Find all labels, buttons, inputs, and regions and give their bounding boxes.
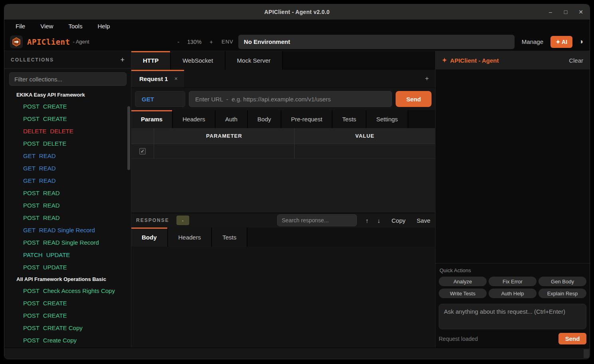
theme-toggle-icon[interactable]: ◑ bbox=[579, 38, 583, 46]
manage-environments-button[interactable]: Manage bbox=[522, 38, 543, 45]
menu-help[interactable]: Help bbox=[97, 23, 110, 30]
request-method: POST bbox=[23, 239, 40, 246]
tab-response-tests[interactable]: Tests bbox=[212, 228, 248, 247]
maximize-icon[interactable]: □ bbox=[562, 9, 569, 15]
request-item[interactable]: POSTCREATE bbox=[4, 113, 131, 125]
copy-response-button[interactable]: Copy bbox=[392, 217, 406, 224]
collection-group-title[interactable]: EKIKA Easy API Framework bbox=[4, 89, 131, 100]
write-tests-button[interactable]: Write Tests bbox=[439, 289, 487, 298]
environment-select[interactable]: No Environment bbox=[238, 35, 515, 49]
request-method: GET bbox=[23, 227, 36, 233]
menu-view[interactable]: View bbox=[40, 23, 53, 30]
add-collection-button[interactable]: + bbox=[120, 56, 125, 63]
tab-auth[interactable]: Auth bbox=[216, 110, 248, 128]
request-item[interactable]: POSTCREATE Copy bbox=[4, 322, 131, 334]
tab-http[interactable]: HTTP bbox=[131, 51, 171, 70]
menu-file[interactable]: File bbox=[16, 23, 25, 30]
request-name: READ bbox=[43, 190, 60, 196]
tab-websocket[interactable]: WebSocket bbox=[171, 51, 225, 70]
add-request-tab-button[interactable]: + bbox=[419, 70, 435, 87]
window-title: APIClient - Agent v2.0.0 bbox=[4, 4, 590, 20]
fix-error-button[interactable]: Fix Error bbox=[489, 277, 537, 286]
request-name: UPDATE bbox=[43, 264, 67, 271]
save-response-button[interactable]: Save bbox=[417, 217, 430, 224]
request-item[interactable]: DELETEDELETE bbox=[4, 125, 131, 137]
search-response-input[interactable] bbox=[277, 214, 357, 226]
response-tabs-spacer bbox=[248, 228, 435, 247]
tab-mock-server[interactable]: Mock Server bbox=[226, 51, 283, 70]
close-request-tab-icon[interactable]: × bbox=[174, 75, 178, 82]
collections-header: COLLECTIONS + bbox=[4, 51, 131, 69]
agent-prompt-input[interactable] bbox=[439, 304, 586, 329]
request-item[interactable]: POSTCREATE bbox=[4, 309, 131, 322]
tab-params[interactable]: Params bbox=[131, 110, 173, 128]
send-request-button[interactable]: Send bbox=[396, 91, 432, 107]
quick-actions-grid: Analyze Fix Error Gen Body Write Tests A… bbox=[439, 277, 586, 298]
request-item[interactable]: POSTDELETE bbox=[4, 137, 131, 150]
analyze-button[interactable]: Analyze bbox=[439, 277, 487, 286]
request-item[interactable]: GETREAD bbox=[4, 150, 131, 162]
zoom-out-button[interactable]: - bbox=[177, 39, 179, 45]
menu-tools[interactable]: Tools bbox=[68, 23, 82, 30]
sidebar-scrollbar[interactable] bbox=[127, 106, 130, 170]
explain-resp-button[interactable]: Explain Resp bbox=[539, 289, 586, 298]
agent-status-text: Request loaded bbox=[439, 336, 478, 342]
request-tab[interactable]: Request 1 × bbox=[131, 70, 184, 87]
params-empty-space bbox=[131, 159, 435, 213]
content-area: COLLECTIONS + EKIKA Easy API Framework P… bbox=[4, 51, 590, 348]
request-item[interactable]: GETREAD bbox=[4, 162, 131, 174]
agent-send-button[interactable]: Send bbox=[558, 333, 586, 344]
tab-headers[interactable]: Headers bbox=[173, 110, 216, 128]
gen-body-button[interactable]: Gen Body bbox=[539, 277, 586, 286]
collection-group-title[interactable]: All API Framework Operations Basic bbox=[4, 273, 131, 285]
response-toolbar: RESPONSE - ↑ ↓ Copy Save bbox=[131, 213, 435, 228]
resize-grip[interactable] bbox=[584, 349, 589, 358]
sparkle-icon: ✦ bbox=[442, 57, 447, 64]
param-value-cell[interactable] bbox=[295, 144, 435, 158]
tab-body[interactable]: Body bbox=[248, 110, 281, 128]
tab-response-body[interactable]: Body bbox=[131, 228, 168, 247]
request-item[interactable]: POSTCheck Access Rights Copy bbox=[4, 285, 131, 297]
tab-settings[interactable]: Settings bbox=[366, 110, 408, 128]
request-name: READ bbox=[39, 177, 56, 184]
search-next-icon[interactable]: ↓ bbox=[377, 217, 380, 224]
request-item[interactable]: POSTREAD Single Record bbox=[4, 236, 131, 249]
request-name: CREATE bbox=[43, 115, 67, 122]
search-prev-icon[interactable]: ↑ bbox=[366, 217, 369, 224]
request-method: POST bbox=[23, 337, 40, 344]
param-enabled-checkbox[interactable]: ✓ bbox=[139, 148, 146, 154]
request-name: READ bbox=[43, 214, 60, 221]
close-icon[interactable]: ✕ bbox=[578, 9, 584, 15]
request-section-tabs-spacer bbox=[408, 110, 435, 128]
tab-tests[interactable]: Tests bbox=[333, 110, 366, 128]
auth-help-button[interactable]: Auth Help bbox=[489, 289, 537, 298]
request-item[interactable]: POSTUPDATE bbox=[4, 261, 131, 273]
params-table-row: ✓ bbox=[131, 144, 435, 159]
request-item[interactable]: POSTREAD bbox=[4, 212, 131, 224]
request-method: POST bbox=[23, 300, 40, 307]
params-table-header: PARAMETER VALUE bbox=[131, 128, 435, 144]
request-name: UPDATE bbox=[46, 251, 70, 258]
clear-chat-button[interactable]: Clear bbox=[569, 57, 583, 64]
url-input[interactable] bbox=[189, 91, 392, 107]
request-item[interactable]: POSTCREATE bbox=[4, 297, 131, 309]
param-key-cell[interactable] bbox=[154, 144, 295, 158]
app-header: APIClient - Agent - 130% + ENV No Enviro… bbox=[4, 33, 590, 51]
request-item[interactable]: POSTREAD bbox=[4, 187, 131, 199]
filter-collections-input[interactable] bbox=[9, 72, 127, 86]
zoom-in-button[interactable]: + bbox=[210, 39, 213, 45]
request-item[interactable]: PATCHUPDATE bbox=[4, 249, 131, 261]
request-item[interactable]: POSTREAD bbox=[4, 199, 131, 212]
request-item[interactable]: POSTCreate Copy bbox=[4, 334, 131, 346]
request-item[interactable]: POSTCREATE bbox=[4, 100, 131, 113]
request-method: POST bbox=[23, 312, 40, 319]
minimize-icon[interactable]: – bbox=[547, 9, 554, 15]
request-item[interactable]: GETREAD bbox=[4, 174, 131, 187]
collections-title: COLLECTIONS bbox=[11, 57, 54, 63]
request-name: CREATE Copy bbox=[43, 324, 83, 331]
request-item[interactable]: GETREAD Single Record bbox=[4, 224, 131, 236]
tab-pre-request[interactable]: Pre-request bbox=[281, 110, 333, 128]
method-dropdown[interactable]: GET bbox=[135, 91, 185, 107]
tab-response-headers[interactable]: Headers bbox=[168, 228, 212, 247]
ai-button[interactable]: ✦ AI bbox=[550, 36, 572, 48]
